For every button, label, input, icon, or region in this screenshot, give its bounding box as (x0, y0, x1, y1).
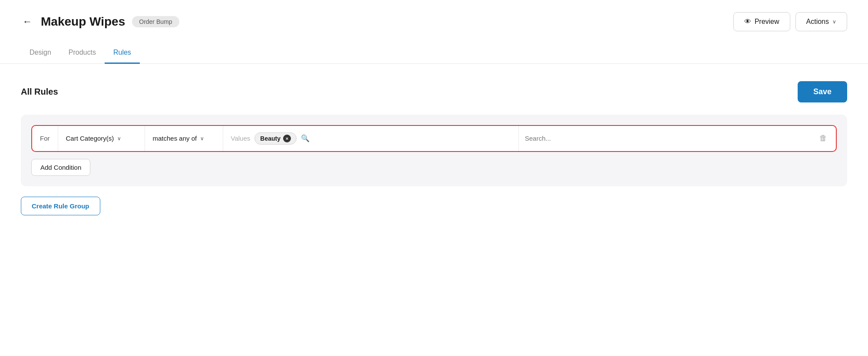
rule-group: For Cart Category(s) ∨ matches any of ∨ … (21, 115, 847, 186)
condition-for-label: For (32, 126, 58, 151)
beauty-tag: Beauty × (254, 132, 297, 145)
operator-select[interactable]: matches any of ∨ (145, 126, 223, 151)
create-rule-group-button[interactable]: Create Rule Group (21, 197, 100, 215)
condition-row: For Cart Category(s) ∨ matches any of ∨ … (31, 125, 837, 152)
search-icon: 🔍 (301, 134, 310, 142)
tag-close-button[interactable]: × (283, 135, 291, 142)
page-title: Makeup Wipes (41, 15, 125, 29)
values-label: Values (231, 135, 251, 142)
actions-button[interactable]: Actions ∨ (795, 12, 847, 31)
header-left: ← Makeup Wipes Order Bump (21, 14, 179, 29)
delete-condition-button[interactable]: 🗑 (811, 126, 836, 151)
section-header: All Rules Save (21, 81, 847, 102)
chevron-down-icon: ∨ (832, 19, 836, 25)
values-area: Values Beauty × 🔍 (223, 126, 519, 151)
category-select[interactable]: Cart Category(s) ∨ (58, 126, 145, 151)
chevron-down-icon: ∨ (117, 135, 121, 142)
all-rules-title: All Rules (21, 87, 58, 97)
tab-products[interactable]: Products (60, 43, 105, 64)
tabs: Design Products Rules (0, 43, 868, 64)
tab-design[interactable]: Design (21, 43, 60, 64)
add-condition-button[interactable]: Add Condition (31, 159, 90, 176)
main-content: All Rules Save For Cart Category(s) ∨ ma… (0, 64, 868, 233)
save-button[interactable]: Save (798, 81, 847, 102)
back-button[interactable]: ← (21, 14, 34, 29)
preview-button[interactable]: 👁 Preview (733, 12, 790, 31)
order-bump-badge: Order Bump (132, 16, 179, 27)
header-right: 👁 Preview Actions ∨ (733, 12, 847, 31)
trash-icon: 🗑 (819, 134, 827, 143)
header: ← Makeup Wipes Order Bump 👁 Preview Acti… (0, 0, 868, 39)
search-input[interactable] (525, 135, 805, 142)
tab-rules[interactable]: Rules (105, 43, 140, 64)
tag-label: Beauty (260, 135, 281, 142)
search-area (519, 126, 811, 151)
eye-icon: 👁 (744, 18, 751, 26)
chevron-down-icon: ∨ (200, 135, 204, 142)
